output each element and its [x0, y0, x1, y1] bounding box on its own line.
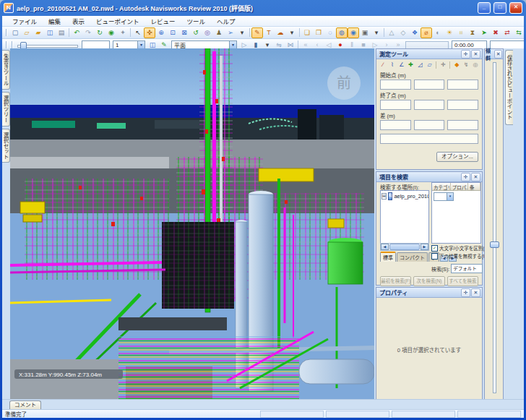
close-icon[interactable]: ✕ [471, 50, 480, 59]
tab-朱書きツール[interactable]: 朱書きツール [2, 50, 10, 90]
refresh-icon[interactable]: ↻ [94, 27, 105, 38]
speed-slider[interactable] [17, 41, 78, 49]
select-arrow-icon[interactable]: ↖ [132, 27, 144, 38]
find-items-icon[interactable]: ◍ [336, 27, 348, 38]
redline-text-icon[interactable]: T [263, 27, 275, 38]
print-icon[interactable]: ▤ [56, 27, 67, 38]
redline-dropdown-icon[interactable]: ▾ [286, 27, 298, 38]
comment-view-icon[interactable]: ❐ [313, 27, 324, 38]
select-same-icon[interactable]: ▣ [359, 27, 371, 38]
save-file-icon[interactable]: ◫ [44, 27, 56, 38]
close-icon[interactable]: ✕ [494, 50, 502, 59]
checkbox-icon[interactable] [431, 253, 438, 260]
append-file-icon[interactable]: ▰ [33, 27, 44, 38]
menu-ヘルプ[interactable]: ヘルプ [211, 17, 241, 25]
tab-comments[interactable]: コメント [9, 400, 41, 409]
look-around-icon[interactable]: ◎ [202, 27, 213, 38]
close-icon[interactable]: ✕ [471, 288, 480, 297]
checkbox-icon[interactable]: ✓ [431, 245, 438, 252]
measure-angle-icon[interactable]: ∠ [397, 61, 406, 69]
measure-shortest-icon[interactable]: ✚ [407, 61, 415, 69]
measure-tools-icon[interactable]: ⌀ [421, 27, 432, 38]
search-location-tree[interactable]: ⊞ N aelp_pro_2010052 [380, 190, 429, 244]
tilt-slider-thumb[interactable] [490, 241, 499, 248]
measure-value-field[interactable] [447, 120, 478, 130]
plant-3d-scene[interactable]: 前 X:331.28m Y:990.45m Z:73.04m [10, 48, 374, 400]
measure-value-field[interactable] [414, 120, 445, 130]
animation-play-icon[interactable]: ➤ [478, 27, 490, 38]
scroll-thumb[interactable] [389, 244, 420, 250]
pin-icon[interactable]: ✛ [461, 50, 470, 59]
column-header[interactable]: 条 [468, 183, 480, 190]
find-tab-標準[interactable]: 標準 [380, 252, 396, 262]
find-comments-icon[interactable]: ◌ [324, 27, 336, 38]
exchange-2-icon[interactable]: ⇆ [513, 27, 524, 38]
measure-value-field[interactable] [380, 120, 411, 130]
column-header[interactable]: プロパ... [451, 183, 468, 190]
menu-レビュー[interactable]: レビュー [145, 17, 181, 25]
expand-icon[interactable]: ⊞ [381, 193, 387, 200]
redline-pencil-icon[interactable]: ✎ [251, 27, 263, 38]
find-button[interactable]: 最初を検索(F) [380, 276, 411, 286]
title-bar[interactable]: N aelp_pro_20100521 AM_02.nwd - Autodesk… [4, 1, 522, 14]
clash-person-icon[interactable]: ✖ [490, 27, 501, 38]
lock-icon[interactable]: ⌗ [455, 27, 467, 38]
measure-clear-icon[interactable]: ↯ [462, 61, 470, 69]
redo-icon[interactable]: ↷ [82, 27, 94, 38]
transparency-icon[interactable]: ◐ [432, 27, 444, 38]
time-track[interactable] [405, 41, 449, 49]
tree-h-scrollbar[interactable]: ◀ ▶ [380, 243, 429, 251]
close-button[interactable]: ✕ [509, 2, 522, 14]
measure-value-field[interactable] [380, 100, 411, 110]
measure-lock-icon[interactable]: ✛ [439, 61, 447, 69]
comment-add-icon[interactable]: ❏ [301, 27, 313, 38]
tab-選択セット[interactable]: 選択セット [2, 129, 10, 163]
zoom-all-icon[interactable]: ⊠ [178, 27, 190, 38]
chevron-down-icon[interactable]: ▾ [137, 41, 145, 49]
measure-value-field[interactable] [414, 80, 445, 90]
orbit-icon[interactable]: ↺ [190, 27, 202, 38]
chevron-down-icon[interactable]: ▾ [447, 193, 453, 200]
web-publish-icon[interactable]: ◉ [105, 27, 117, 38]
measure-distance-field[interactable] [380, 134, 478, 144]
measure-point-icon[interactable]: ∕ [379, 61, 387, 69]
menu-ファイル[interactable]: ファイル [7, 17, 43, 25]
navigation-dropdown-icon[interactable]: ▾ [236, 27, 248, 38]
measure-accumulate-icon[interactable]: ◿ [416, 61, 425, 69]
measure-value-field[interactable] [447, 100, 478, 110]
menu-ツール[interactable]: ツール [181, 17, 212, 25]
pan-hand-icon[interactable]: ✜ [144, 27, 155, 38]
pin-icon[interactable]: ✛ [461, 173, 470, 181]
menu-ビューポイント[interactable]: ビューポイント [90, 17, 145, 25]
measure-value-field[interactable] [380, 80, 411, 90]
minimize-button[interactable]: _ [478, 2, 491, 14]
new-file-icon[interactable]: ▢ [9, 27, 21, 38]
close-icon[interactable]: ✕ [471, 173, 480, 181]
tab-選択ツリー[interactable]: 選択ツリー [2, 92, 10, 127]
scroll-left-icon[interactable]: ◀ [381, 244, 389, 250]
hourglass-icon[interactable]: ⧗ [467, 27, 478, 38]
search-preset-combo[interactable]: デフォルト [451, 264, 483, 273]
find-button[interactable]: すべてを検索(A) [447, 276, 478, 286]
hide-item-icon[interactable]: △ [386, 27, 397, 38]
hide-unselected-icon[interactable]: ◇ [397, 27, 409, 38]
menu-表示[interactable]: 表示 [66, 17, 90, 25]
file-options-icon[interactable]: ✦ [117, 27, 129, 38]
chevron-down-icon[interactable]: ▾ [229, 41, 236, 49]
walk-icon[interactable]: ♟ [213, 27, 225, 38]
find-button[interactable]: 次を検索(N) [413, 276, 444, 286]
convert-to-redline-icon[interactable]: ◆ [452, 61, 461, 69]
redline-cloud-icon[interactable]: ☁ [275, 27, 286, 38]
pin-icon[interactable]: ✛ [461, 288, 470, 297]
find-tab-コンパクト[interactable]: コンパクト [397, 252, 428, 262]
column-header[interactable]: カテゴリ [432, 183, 451, 190]
zoom-window-icon[interactable]: ⊡ [167, 27, 178, 38]
zoom-in-icon[interactable]: ⊕ [155, 27, 167, 38]
measure-value-field[interactable] [414, 100, 445, 110]
measure-line-icon[interactable]: ⌇ [388, 61, 397, 69]
exchange-1-icon[interactable]: ⇄ [501, 27, 513, 38]
measure-options-button[interactable]: オプション... [436, 152, 478, 162]
match-case-checkbox[interactable]: ✓ 大文字/小文字を区別(M) [431, 244, 490, 252]
measure-options-icon-icon[interactable]: ◎ [471, 61, 480, 69]
maximize-button[interactable]: □ [493, 2, 506, 14]
